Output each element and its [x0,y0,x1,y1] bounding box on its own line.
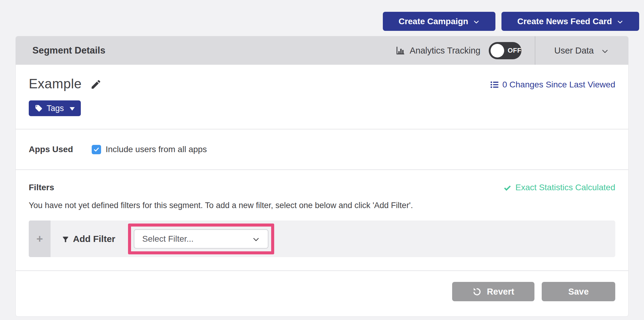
segment-name: Example [29,76,82,91]
analytics-tracking-group: Analytics Tracking OFF [395,42,535,59]
toggle-knob [491,44,504,57]
apps-used-label: Apps Used [29,145,92,154]
add-filter-label-group: Add Filter [61,234,115,244]
revert-label: Revert [487,287,514,297]
exact-statistics-status: Exact Statistics Calculated [503,183,615,192]
check-icon [503,184,511,192]
segment-details-card: Segment Details Analytics Tracking OFF U… [15,36,629,317]
tags-button-label: Tags [47,104,64,113]
tags-button[interactable]: Tags [29,100,81,116]
changes-since-last-viewed-link[interactable]: 0 Changes Since Last Viewed [490,80,615,90]
create-campaign-button[interactable]: Create Campaign [383,12,495,31]
add-filter-label: Add Filter [73,234,115,244]
tag-icon [35,104,43,112]
bar-chart-icon [395,46,405,55]
card-title: Segment Details [16,45,105,56]
triangle-down-icon [70,107,75,111]
list-icon [490,80,499,89]
changes-link-label: 0 Changes Since Last Viewed [502,80,615,90]
card-header: Segment Details Analytics Tracking OFF U… [16,36,628,65]
revert-icon [472,287,481,296]
toggle-state-label: OFF [508,47,521,54]
create-campaign-label: Create Campaign [399,17,468,26]
save-button[interactable]: Save [542,282,615,301]
segment-name-section: Example 0 Changes Since Last Viewed Tags [16,65,628,129]
select-filter-dropdown[interactable]: Select Filter... [134,229,268,249]
select-filter-placeholder: Select Filter... [142,234,194,244]
analytics-tracking-toggle[interactable]: OFF [489,42,521,59]
include-all-apps-label: Include users from all apps [106,145,207,154]
add-filter-plus-button[interactable]: + [29,220,51,257]
save-label: Save [568,287,589,297]
user-data-dropdown[interactable]: User Data [535,36,628,65]
card-footer: Revert Save [16,270,628,316]
apps-used-section: Apps Used Include users from all apps [16,129,628,170]
chevron-down-icon [252,236,260,243]
exact-statistics-label: Exact Statistics Calculated [515,183,615,192]
user-data-label: User Data [554,46,594,56]
checkbox-checked[interactable] [92,145,101,154]
top-action-bar: Create Campaign Create News Feed Card [383,12,639,31]
chevron-down-icon [473,19,480,25]
edit-pencil-icon[interactable] [90,79,102,90]
chevron-down-icon [601,47,609,55]
filters-title: Filters [29,183,54,192]
funnel-icon [61,235,70,243]
card-header-right: Analytics Tracking OFF User Data [395,36,628,65]
filters-section: Filters Exact Statistics Calculated You … [16,170,628,270]
annotation-highlight: Select Filter... [128,224,274,254]
chevron-down-icon [617,19,623,25]
create-news-feed-card-button[interactable]: Create News Feed Card [501,12,639,31]
include-all-apps-checkbox-row[interactable]: Include users from all apps [92,145,207,154]
create-news-feed-card-label: Create News Feed Card [517,17,612,26]
plus-icon: + [36,233,43,245]
analytics-tracking-label: Analytics Tracking [410,46,481,56]
add-filter-row: + Add Filter Select Filter... [29,220,615,257]
revert-button[interactable]: Revert [452,282,534,301]
filters-empty-message: You have not yet defined filters for thi… [29,201,615,210]
checkmark-icon [93,146,100,153]
